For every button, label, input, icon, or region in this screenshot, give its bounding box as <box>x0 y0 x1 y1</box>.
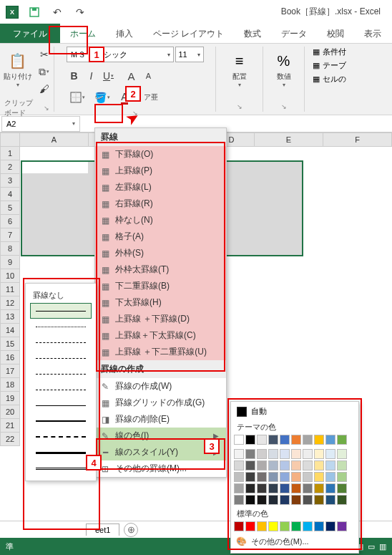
row-header-9[interactable]: 9 <box>0 256 20 269</box>
color-swatch[interactable] <box>245 435 255 445</box>
row-header-2[interactable]: 2 <box>0 160 20 174</box>
color-swatch[interactable] <box>314 483 324 493</box>
line-style-dashdot-2[interactable] <box>30 429 92 445</box>
row-header-14[interactable]: 14 <box>0 324 20 337</box>
color-swatch[interactable] <box>268 521 278 531</box>
table-format-button[interactable]: ▦テーブ <box>313 60 346 71</box>
color-swatch[interactable] <box>325 472 335 482</box>
color-swatch[interactable] <box>303 483 313 493</box>
launcher-icon[interactable]: ↘ <box>44 105 49 112</box>
format-painter-button[interactable]: 🖌 <box>36 81 52 97</box>
number-button[interactable]: % 数値 ▾ <box>268 47 300 92</box>
color-swatch[interactable] <box>303 460 313 470</box>
color-swatch[interactable] <box>245 495 255 505</box>
color-swatch[interactable] <box>234 435 244 445</box>
row-header-10[interactable]: 10 <box>0 269 20 283</box>
color-swatch[interactable] <box>245 460 255 470</box>
tab-review[interactable]: 校閲 <box>317 24 354 43</box>
tab-pagelayout[interactable]: ページ レイアウト <box>143 24 234 43</box>
menu-box[interactable]: ▦外枠(S) <box>95 245 226 261</box>
menu-tbottom[interactable]: ▦下太罫線(H) <box>95 294 226 311</box>
menu-none[interactable]: ▦枠なし(N) <box>95 212 226 228</box>
color-swatch[interactable] <box>280 495 290 505</box>
row-header-15[interactable]: 15 <box>0 337 20 351</box>
bold-button[interactable]: B <box>67 68 82 84</box>
line-style-dot[interactable] <box>30 319 92 334</box>
tab-formulas[interactable]: 数式 <box>234 24 271 43</box>
font-size-combo[interactable]: 11▾ <box>175 47 204 62</box>
italic-button[interactable]: I <box>84 68 99 84</box>
menu-bottom[interactable]: ▦下罫線(O) <box>95 146 226 163</box>
color-swatch[interactable] <box>245 483 255 493</box>
color-swatch[interactable] <box>291 472 301 482</box>
color-swatch[interactable] <box>245 472 255 482</box>
color-swatch[interactable] <box>303 495 313 505</box>
color-swatch[interactable] <box>314 435 324 445</box>
menu-tb[interactable]: ▦上罫線 ＋下罫線(D) <box>95 311 226 327</box>
line-style-dashdot[interactable] <box>30 366 92 382</box>
color-swatch[interactable] <box>280 483 290 493</box>
color-swatch[interactable] <box>234 495 244 505</box>
row-header-5[interactable]: 5 <box>0 201 20 215</box>
font-name-combo[interactable]: ＭＳ Ｐゴシック▾ <box>67 47 174 62</box>
color-swatch[interactable] <box>303 435 313 445</box>
color-swatch[interactable] <box>337 495 347 505</box>
color-swatch[interactable] <box>325 495 335 505</box>
menu-tdb[interactable]: ▦上罫線 ＋下二重罫線(U) <box>95 344 226 360</box>
underline-button[interactable]: U▾ <box>101 68 117 84</box>
color-swatch[interactable] <box>257 449 267 459</box>
color-swatch[interactable] <box>303 521 313 531</box>
select-all-corner[interactable] <box>0 132 20 147</box>
row-header-21[interactable]: 21 <box>0 419 20 433</box>
menu-grid[interactable]: ▦格子(A) <box>95 228 226 245</box>
menu-top[interactable]: ▦上罫線(P) <box>95 163 226 179</box>
row-header-3[interactable]: 3 <box>0 174 20 188</box>
launcher-icon[interactable]: ↘ <box>237 103 242 110</box>
line-style-dash-l[interactable] <box>30 382 92 397</box>
line-style-solid-1[interactable] <box>30 303 92 319</box>
color-swatch[interactable] <box>234 460 244 470</box>
color-swatch[interactable] <box>337 435 347 445</box>
color-swatch[interactable] <box>337 460 347 470</box>
row-header-17[interactable]: 17 <box>0 365 20 378</box>
color-swatch[interactable] <box>234 521 244 531</box>
menu-more[interactable]: ⊞その他の罫線(M)... <box>95 460 226 477</box>
color-swatch[interactable] <box>325 435 335 445</box>
menu-right[interactable]: ▦右罫線(R) <box>95 196 226 212</box>
launcher-icon[interactable]: ↘ <box>132 110 138 117</box>
color-swatch[interactable] <box>257 472 267 482</box>
color-swatch[interactable] <box>337 483 347 493</box>
phonetic-button[interactable]: ア亜 <box>139 90 162 105</box>
menu-left[interactable]: ▦左罫線(L) <box>95 179 226 196</box>
view-break-icon[interactable]: ▥ <box>379 542 386 551</box>
tab-file[interactable]: ファイル <box>0 24 60 43</box>
color-swatch[interactable] <box>337 449 347 459</box>
row-header-18[interactable]: 18 <box>0 378 20 392</box>
menu-drawgrid[interactable]: ▦罫線グリッドの作成(G) <box>95 395 226 411</box>
color-swatch[interactable] <box>280 449 290 459</box>
color-swatch[interactable] <box>291 495 301 505</box>
color-swatch[interactable] <box>245 449 255 459</box>
grow-font-button[interactable]: A <box>124 68 139 84</box>
color-swatch[interactable] <box>303 449 313 459</box>
color-swatch[interactable] <box>234 483 244 493</box>
color-swatch[interactable] <box>337 521 347 531</box>
color-swatch[interactable] <box>257 435 267 445</box>
color-swatch[interactable] <box>325 521 335 531</box>
add-sheet-button[interactable]: ⊕ <box>124 523 138 537</box>
color-swatch[interactable] <box>280 472 290 482</box>
color-swatch[interactable] <box>268 483 278 493</box>
more-colors[interactable]: 🎨 その他の色(M)... <box>234 533 356 550</box>
color-swatch[interactable] <box>291 435 301 445</box>
menu-thick[interactable]: ▦外枠太罫線(T) <box>95 261 226 278</box>
color-swatch[interactable] <box>314 521 324 531</box>
row-header-6[interactable]: 6 <box>0 215 20 228</box>
tab-view[interactable]: 表示 <box>354 24 391 43</box>
color-swatch[interactable] <box>325 449 335 459</box>
line-style-solid-3[interactable] <box>30 445 92 460</box>
line-style-double[interactable] <box>30 460 92 476</box>
color-swatch[interactable] <box>257 483 267 493</box>
line-style-dash-s[interactable] <box>30 334 92 350</box>
shrink-font-button[interactable]: A <box>141 68 157 84</box>
color-swatch[interactable] <box>245 521 255 531</box>
